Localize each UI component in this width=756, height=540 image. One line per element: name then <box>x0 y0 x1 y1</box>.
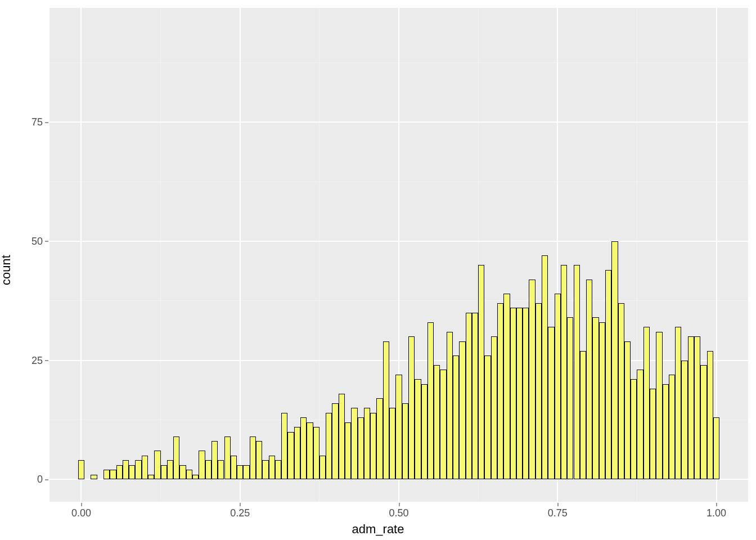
histogram-bar <box>510 308 516 479</box>
histogram-bar <box>116 465 123 479</box>
bars-layer <box>50 8 748 502</box>
histogram-bar <box>402 403 408 479</box>
histogram-bar <box>675 327 681 479</box>
histogram-bar <box>358 417 364 479</box>
histogram-bar <box>561 265 567 479</box>
histogram-bar <box>179 465 186 479</box>
histogram-bar <box>339 394 345 479</box>
histogram-bar <box>447 332 453 479</box>
histogram-bar <box>313 427 320 479</box>
histogram-bar <box>110 470 116 479</box>
histogram-bar <box>663 384 669 479</box>
histogram-bar <box>428 322 434 479</box>
histogram-bar <box>536 303 542 479</box>
histogram-bar <box>415 379 421 479</box>
histogram-bar <box>497 303 503 479</box>
histogram-bar <box>275 460 281 479</box>
histogram-bar <box>669 375 675 479</box>
histogram-bar <box>104 470 110 479</box>
histogram-bar <box>713 417 719 479</box>
histogram-bar <box>644 327 650 479</box>
histogram-bar <box>154 451 160 479</box>
histogram-bar <box>300 417 307 479</box>
y-tick-label: 0 <box>37 474 50 485</box>
histogram-bar <box>523 308 529 479</box>
histogram-bar <box>459 341 465 480</box>
histogram-bar <box>243 465 249 479</box>
y-tick-label: 75 <box>32 116 50 128</box>
histogram-bar <box>631 379 637 479</box>
histogram-bar <box>91 475 97 479</box>
histogram-bar <box>624 341 631 480</box>
histogram-bar <box>611 241 618 479</box>
histogram-bar <box>516 308 523 479</box>
histogram-bar <box>484 356 490 479</box>
histogram-bar <box>287 432 294 480</box>
histogram-bar <box>186 470 192 479</box>
histogram-bar <box>192 475 199 479</box>
histogram-bar <box>212 441 218 479</box>
histogram-chart: count adm_rate 0.000.250.500.751.0002550… <box>0 0 756 540</box>
histogram-bar <box>389 408 395 479</box>
histogram-bar <box>453 356 459 479</box>
histogram-bar <box>78 460 84 479</box>
histogram-bar <box>599 322 605 479</box>
histogram-bar <box>332 403 338 479</box>
histogram-bar <box>237 465 243 479</box>
histogram-bar <box>395 375 402 479</box>
histogram-bar <box>478 265 484 479</box>
histogram-bar <box>351 408 357 479</box>
histogram-bar <box>173 436 179 479</box>
histogram-bar <box>580 351 586 480</box>
histogram-bar <box>199 451 205 479</box>
histogram-bar <box>421 384 428 479</box>
histogram-bar <box>123 460 129 479</box>
histogram-bar <box>592 317 598 479</box>
histogram-bar <box>574 265 580 479</box>
histogram-bar <box>135 460 141 479</box>
histogram-bar <box>491 336 497 479</box>
histogram-bar <box>605 270 611 480</box>
histogram-bar <box>440 370 446 479</box>
histogram-bar <box>320 456 326 479</box>
histogram-bar <box>218 460 224 479</box>
histogram-bar <box>656 332 662 479</box>
histogram-bar <box>700 365 706 479</box>
histogram-bar <box>567 317 573 479</box>
x-axis-label: adm_rate <box>352 522 404 537</box>
y-tick-label: 50 <box>32 235 50 247</box>
histogram-bar <box>637 370 643 479</box>
histogram-bar <box>250 436 256 479</box>
histogram-bar <box>129 465 135 479</box>
histogram-bar <box>383 341 389 480</box>
x-tick-label: 1.00 <box>706 502 726 519</box>
histogram-bar <box>231 456 237 479</box>
histogram-bar <box>548 327 554 479</box>
y-axis-label: count <box>0 255 14 285</box>
histogram-bar <box>307 422 313 480</box>
histogram-bar <box>650 389 656 479</box>
histogram-bar <box>269 456 275 479</box>
x-tick-label: 0.00 <box>71 502 91 519</box>
histogram-bar <box>364 408 370 479</box>
histogram-bar <box>472 313 478 479</box>
histogram-bar <box>694 336 700 479</box>
histogram-bar <box>408 336 415 479</box>
histogram-bar <box>555 294 561 479</box>
histogram-bar <box>326 413 332 480</box>
histogram-bar <box>586 280 592 480</box>
histogram-bar <box>148 475 154 479</box>
histogram-bar <box>224 436 231 479</box>
histogram-bar <box>161 465 167 479</box>
x-tick-label: 0.75 <box>548 502 568 519</box>
plot-panel: 0.000.250.500.751.000255075 <box>50 8 748 502</box>
histogram-bar <box>345 422 351 480</box>
histogram-bar <box>618 303 624 479</box>
histogram-bar <box>681 361 687 480</box>
histogram-bar <box>205 460 212 479</box>
histogram-bar <box>142 456 148 479</box>
x-tick-label: 0.50 <box>389 502 408 519</box>
histogram-bar <box>466 313 472 479</box>
histogram-bar <box>542 255 548 479</box>
y-tick-label: 25 <box>32 354 50 366</box>
